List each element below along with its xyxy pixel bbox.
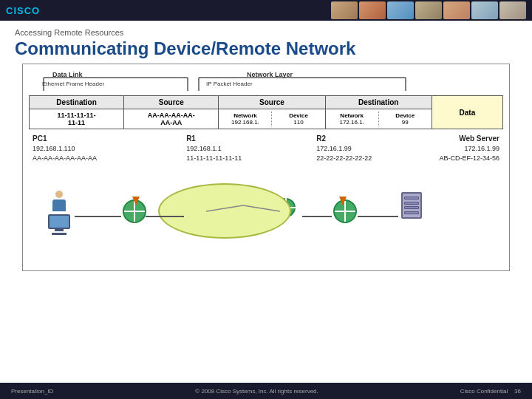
header-image-6 [471, 1, 498, 19]
pc1-mac: AA-AA-AA-AA-AA-AA [33, 154, 97, 162]
src-mac-value: AA-AA-AA-AA-AA-AA [124, 109, 219, 129]
network-diagram-box: Data Link Ethernet Frame Header Network … [22, 64, 510, 271]
header-image-7 [499, 1, 526, 19]
r2-info: R2 172.16.1.99 22-22-22-22-22-22 [316, 134, 372, 163]
device-info-row: PC1 192.168.1.110 AA-AA-AA-AA-AA-AA R1 1… [29, 134, 503, 163]
network-192-label: Network192.168.1. [219, 112, 272, 126]
page-subtitle: Accessing Remote Resources [15, 28, 517, 37]
dest-ip-value: Network172.16.1. Device99 [325, 109, 432, 129]
header-image-3 [387, 1, 414, 19]
cisco-logo: CISCO [6, 5, 40, 16]
header-image-4 [415, 1, 442, 19]
footer-presentation: Presentation_ID [11, 388, 53, 395]
src-ip-value: Network192.168.1. Device110 [219, 109, 325, 129]
dest-ip-label: Destination [325, 96, 432, 109]
webserver-ip: 172.16.1.99 [464, 145, 499, 152]
r2-icon [328, 200, 361, 223]
src-mac-label: Source [124, 96, 219, 109]
webserver-mac: AB-CD-EF-12-34-56 [439, 154, 499, 162]
webserver-name: Web Server [459, 134, 499, 143]
dest-mac-value: 11-11-11-11-11-11 [30, 109, 124, 129]
main-content: Data Link Ethernet Frame Header Network … [0, 64, 532, 271]
footer-slide-number: 36 [514, 388, 521, 395]
page-header: CISCO [0, 0, 532, 21]
header-image-2 [359, 1, 386, 19]
page-footer: Presentation_ID © 2008 Cisco Systems, In… [0, 383, 532, 399]
network-cloud [158, 183, 291, 239]
r2-mac: 22-22-22-22-22-22 [316, 154, 372, 162]
title-area: Accessing Remote Resources Communicating… [0, 21, 532, 64]
data-label: Data [432, 96, 502, 129]
src-ip-label: Source [219, 96, 325, 109]
r1-mac: 11-11-11-11-11-11 [186, 154, 242, 162]
footer-copyright: © 2008 Cisco Systems, Inc. All rights re… [195, 388, 318, 395]
r2-name: R2 [316, 134, 326, 143]
pc1-icon [42, 191, 75, 235]
svg-text:Data Link: Data Link [52, 71, 83, 78]
bracket-labels: Data Link Ethernet Frame Header Network … [29, 70, 503, 94]
device-110-label: Device110 [272, 112, 324, 126]
network-172-label: Network172.16.1. [326, 112, 379, 126]
r2-ip: 172.16.1.99 [316, 145, 352, 152]
header-images [331, 1, 526, 19]
header-image-5 [443, 1, 470, 19]
device-99-label: Device99 [379, 112, 432, 126]
pc1-name: PC1 [33, 134, 47, 143]
svg-text:Network Layer: Network Layer [247, 71, 293, 78]
page-title: Communicating Device/Remote Network [15, 38, 517, 59]
r1-name: R1 [186, 134, 196, 143]
r1-ip: 192.168.1.1 [186, 145, 222, 152]
svg-text:Ethernet Frame Header: Ethernet Frame Header [42, 81, 104, 87]
dest-mac-label: Destination [30, 96, 124, 109]
header-image-1 [331, 1, 358, 19]
footer-slide: Cisco Confidential 36 [460, 388, 521, 395]
pc1-ip: 192.168.1.110 [33, 145, 75, 152]
r1-info: R1 192.168.1.1 11-11-11-11-11-11 [186, 134, 242, 163]
pc1-info: PC1 192.168.1.110 AA-AA-AA-AA-AA-AA [33, 134, 97, 163]
topology-diagram [36, 168, 496, 265]
webserver-icon [395, 192, 428, 219]
packet-fields-table: Destination Source Source Destination Da… [29, 95, 503, 129]
svg-text:IP Packet Header: IP Packet Header [206, 81, 253, 87]
webserver-info: Web Server 172.16.1.99 AB-CD-EF-12-34-56 [439, 134, 499, 163]
r1-icon [117, 200, 151, 225]
footer-confidential: Cisco Confidential [460, 388, 508, 395]
